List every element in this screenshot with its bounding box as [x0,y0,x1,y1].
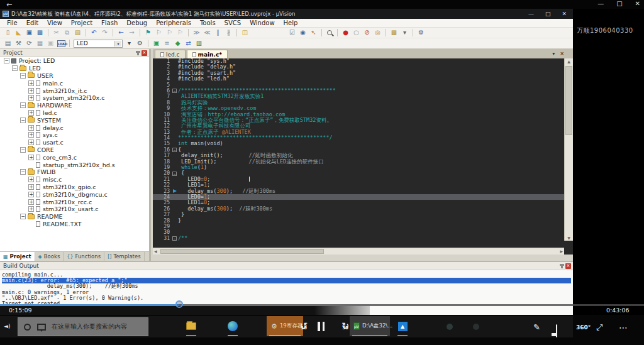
logic-analyzer-icon[interactable]: ▣ [152,39,161,48]
navigate-forward-icon[interactable]: → [127,28,136,37]
menu-peripherals[interactable]: Peripherals [152,19,196,28]
editor-tab-main-c[interactable]: main.c* [187,50,228,58]
configure-window-icon[interactable]: ◫ [240,28,250,37]
tree-item-sys-c[interactable]: +sys.c [0,131,149,139]
menu-flash[interactable]: Flash [97,19,122,28]
panel-tab-functions[interactable]: {}Functions [64,252,104,261]
speaker-icon[interactable]: ◄) [4,323,10,329]
rebuild-icon[interactable]: ⟳ [25,39,34,48]
expander-plus-icon[interactable]: + [28,192,34,197]
tree-item-readme[interactable]: −README [0,213,149,221]
find-in-files-icon[interactable] [327,30,332,35]
new-file-icon[interactable]: ▯ [3,28,13,37]
tree-item-hardware[interactable]: −HARDWARE [0,102,149,109]
tree-item-readme-txt[interactable]: README.TXT [0,221,149,228]
tree-item-user[interactable]: −USER [0,72,149,80]
download-load-icon[interactable]: LOAD [57,40,65,47]
file-extensions-icon[interactable]: ≡ [162,39,172,48]
menu-svcs[interactable]: SVCS [220,19,246,28]
taskbar-item-photos[interactable]: ▲ [395,316,410,336]
menu-window[interactable]: Window [245,19,279,28]
tree-item-misc-c[interactable]: +misc.c [0,176,149,183]
editor-horizontal-scrollbar[interactable]: ◀ ▶ [153,248,564,255]
comment-icon[interactable]: ∥ [213,28,223,37]
expander-minus-icon[interactable]: − [20,214,26,219]
menu-file[interactable]: File [3,19,22,28]
code-line-23[interactable]: 23 delay_ms(300); //延时300ms [153,189,564,194]
outdent-icon[interactable]: ≪ [203,28,212,37]
target-select[interactable]: LED▾ [74,40,123,48]
tree-item-stm32f10x-dbgmcu-c[interactable]: +stm32f10x_dbgmcu.c [0,190,149,198]
expander-minus-icon[interactable]: − [20,102,26,108]
code-line-15[interactable]: 15int main(void) [153,141,564,146]
tree-item-stm32f10x-it-c[interactable]: +stm32f10x_it.c [0,87,149,94]
breakpoint-disable-icon[interactable]: ○ [352,28,361,37]
panel-tab-books[interactable]: ◈Books [35,252,64,261]
code-line-19[interactable]: 19 while(1) [153,165,564,170]
target-dropdown-icon[interactable]: ▾ [125,39,134,48]
bookmark-next-icon[interactable]: ⚐ [165,28,174,37]
tree-item-stm32f10x-usart-c[interactable]: +stm32f10x_usart.c [0,205,149,213]
code-line-7[interactable]: 7 ALIENTEK精英STM32开发板实验1 [153,94,564,99]
bookmark-clear-icon[interactable]: ⚐ [175,28,185,37]
scroll-down-icon[interactable]: ▼ [565,236,573,240]
expander-minus-icon[interactable]: − [20,147,26,153]
code-line-18[interactable]: 18 LED_Init(); //初始化与LED连接的硬件接口 [153,159,564,165]
pin-icon[interactable] [561,264,563,268]
expander-plus-icon[interactable]: + [28,184,34,190]
taskbar-item-file-explorer[interactable] [184,316,199,336]
panel-tab-templates[interactable]: []Templates [104,252,144,261]
menu-tools[interactable]: Tools [196,19,220,28]
code-line-31[interactable]: 31−/** [153,236,564,241]
tree-item-stm32f10x-gpio-c[interactable]: +stm32f10x_gpio.c [0,183,149,191]
batch-build-icon[interactable]: ▦ [35,39,45,48]
vscroll-thumb[interactable] [565,66,572,135]
paste-icon[interactable]: ▤ [73,28,82,37]
code-line-29[interactable]: 29 [153,224,564,229]
debug-windows-icon[interactable]: ▦ [389,28,399,37]
expander-plus-icon[interactable]: + [28,132,34,138]
import-export-icon[interactable]: ⇄ [184,39,193,48]
taskbar-item-edge[interactable] [225,316,240,336]
navigate-back-icon[interactable]: ← [116,28,126,37]
menu-help[interactable]: Help [279,19,303,28]
taskbar-item-keil[interactable]: µV D:\A盘32\... [350,316,390,336]
expander-plus-icon[interactable]: + [28,177,34,182]
tray-icon[interactable] [447,324,453,330]
target-select-arrow-icon[interactable]: ▾ [114,41,121,47]
tree-item-system-stm32f10x-c[interactable]: +system_stm32f10x.c [0,94,149,102]
tab-list-dropdown-icon[interactable]: ▾ [552,51,555,57]
code-line-4[interactable]: 4#include "led.h" [153,76,564,82]
tree-item-core[interactable]: −CORE [0,146,149,154]
tree-item-led[interactable]: −LED [0,65,149,72]
player-close-icon[interactable]: ✕ [635,0,640,7]
fold-icon[interactable]: − [172,172,177,176]
expander-plus-icon[interactable]: + [28,199,34,205]
hscroll-thumb[interactable] [160,249,324,254]
cut-icon[interactable]: ✂ [52,28,61,37]
build-output-close-icon[interactable]: ✕ [565,263,571,269]
fold-icon[interactable]: − [172,89,177,93]
expander-minus-icon[interactable]: − [20,73,26,79]
code-line-24[interactable]: 24 LED0=1; [153,194,564,200]
indent-icon[interactable]: ≫ [192,28,201,37]
breakpoint-enable-all-icon[interactable]: ◎ [373,28,382,37]
picture-in-picture-icon[interactable] [556,324,557,337]
scroll-left-icon[interactable]: ◀ [154,248,157,255]
annotate-pencil-icon[interactable]: ✎ [533,322,540,332]
fold-icon[interactable]: − [172,236,177,241]
pack-installer-icon[interactable]: ▥ [194,39,204,48]
tree-item-usart-c[interactable]: +usart.c [0,139,149,146]
expander-plus-icon[interactable]: + [28,88,34,94]
pin-icon[interactable] [137,51,139,55]
progress-knob[interactable] [175,300,183,308]
expander-plus-icon[interactable]: + [28,155,34,160]
fullscreen-icon[interactable]: ⤢ [596,322,602,332]
expander-plus-icon[interactable]: + [28,80,34,86]
rotate-360-icon[interactable]: 360° [576,324,591,331]
project-close-icon[interactable]: ✕ [142,50,147,56]
code-line-27[interactable]: 27 } [153,212,564,217]
menu-edit[interactable]: Edit [22,19,43,28]
tree-item-project-led[interactable]: −Project: LED [0,57,149,65]
uvision-close-icon[interactable]: ✕ [562,9,567,19]
